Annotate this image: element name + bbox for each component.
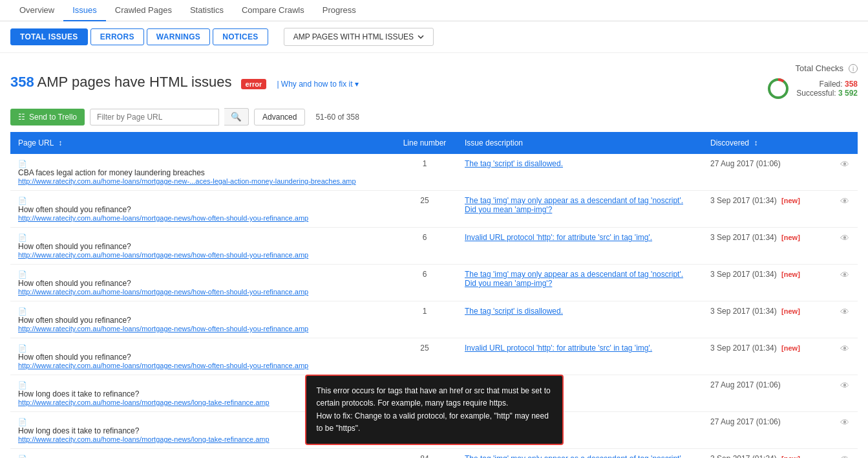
issue-link[interactable]: Invalid URL protocol 'http': for attribu… xyxy=(465,344,652,353)
line-number-cell: 1 xyxy=(392,301,457,338)
discovered-cell: 27 Aug 2017 (01:06) xyxy=(703,412,832,449)
issue-link[interactable]: The tag 'img' may only appear as a desce… xyxy=(465,196,683,214)
page-icon: 📄 xyxy=(18,270,27,278)
col-issue-desc: Issue description xyxy=(457,132,703,154)
page-title-text: How often should you refinance? xyxy=(18,353,385,362)
line-number-cell: 25 xyxy=(392,338,457,375)
issue-link[interactable]: Invalid URL protocol 'http': for attribu… xyxy=(465,233,652,242)
send-to-trello-button[interactable]: ☷ Send to Trello xyxy=(10,109,85,125)
sort-arrows-discovered: ↕ xyxy=(754,138,757,147)
nav-statistics[interactable]: Statistics xyxy=(181,0,233,21)
issue-desc-cell: Invalid URL protocol 'http': for attribu… xyxy=(457,228,703,265)
nav-progress[interactable]: Progress xyxy=(313,0,365,21)
search-input[interactable] xyxy=(90,109,219,125)
action-cell: 👁 xyxy=(832,338,858,375)
page-url-cell: 📄 How often should you refinance? http:/… xyxy=(10,191,392,228)
success-count: 3 592 xyxy=(838,89,858,98)
failed-label: Failed: xyxy=(820,80,843,89)
hide-icon[interactable]: 👁 xyxy=(840,270,849,280)
issue-link[interactable]: The tag 'script' is disallowed. xyxy=(465,159,563,168)
nav-issues[interactable]: Issues xyxy=(63,0,106,21)
issue-link[interactable]: The tag 'img' may only appear as a desce… xyxy=(465,454,683,458)
issue-desc-cell: Invalid URL protocol 'http': for attribu… xyxy=(457,338,703,375)
discovered-cell: 3 Sep 2017 (01:34) [new] xyxy=(703,228,832,265)
action-cell: 👁 xyxy=(832,154,858,191)
page-icon: 📄 xyxy=(18,234,27,241)
nav-crawled-pages[interactable]: Crawled Pages xyxy=(106,0,181,21)
advanced-button[interactable]: Advanced xyxy=(254,109,305,125)
new-badge: [new] xyxy=(781,234,800,241)
checks-donut xyxy=(767,77,790,100)
discovered-cell: 3 Sep 2017 (01:34) [new] xyxy=(703,301,832,338)
nav-overview[interactable]: Overview xyxy=(10,0,63,21)
total-checks-label: Total Checks xyxy=(796,63,843,73)
page-url-cell: 📄 How often should you refinance? http:/… xyxy=(10,301,392,338)
total-checks-panel: Total Checks i Failed: 358 Success xyxy=(767,63,858,100)
table-row: 📄 How often should you refinance? http:/… xyxy=(10,265,858,301)
filter-bar: TOTAL ISSUES ERRORS WARNINGS NOTICES AMP… xyxy=(0,21,868,53)
issue-desc-cell: The tag 'img' may only appear as a desce… xyxy=(457,449,703,459)
warnings-filter[interactable]: WARNINGS xyxy=(147,28,210,45)
hide-icon[interactable]: 👁 xyxy=(840,344,849,354)
col-page-url[interactable]: Page URL ↕ xyxy=(10,132,392,154)
page-url-link[interactable]: http://www.ratecity.com.au/home-loans/mo… xyxy=(18,288,385,296)
issue-link[interactable]: The tag 'img' may only appear as a desce… xyxy=(465,270,683,288)
col-discovered[interactable]: Discovered ↕ xyxy=(703,132,832,154)
issue-type-dropdown[interactable]: AMP PAGES WITH HTML ISSUES xyxy=(284,28,434,46)
page-title-text: How often should you refinance? xyxy=(18,279,385,288)
table-row: 📄 How often should you refinance? http:/… xyxy=(10,338,858,375)
toolbar: ☷ Send to Trello 🔍 Advanced 51-60 of 358 xyxy=(10,108,858,125)
issue-desc-cell: The tag 'script' is disallowed. xyxy=(457,154,703,191)
nav-compare-crawls[interactable]: Compare Crawls xyxy=(233,0,313,21)
new-badge: [new] xyxy=(781,344,800,352)
page-title-text: How often should you refinance? xyxy=(18,205,385,214)
page-heading: 358 AMP pages have HTML issues error | W… xyxy=(10,74,359,91)
search-button[interactable]: 🔍 xyxy=(224,108,249,125)
new-badge: [new] xyxy=(781,307,800,315)
line-number-cell: 84 xyxy=(392,449,457,459)
page-url-link[interactable]: http://www.ratecity.com.au/home-loans/mo… xyxy=(18,325,385,333)
page-url-link[interactable]: http://www.ratecity.com.au/home-loans/mo… xyxy=(18,214,385,222)
hide-icon[interactable]: 👁 xyxy=(840,196,849,206)
why-link[interactable]: | Why and how to fix it ▾ xyxy=(277,80,359,89)
table-row: 📄 How often should you refinance? http:/… xyxy=(10,228,858,265)
action-cell: 👁 xyxy=(832,375,858,412)
tooltip-text: This error occurs for tags that have an … xyxy=(317,386,551,433)
new-badge: [new] xyxy=(781,197,800,204)
page-url-link[interactable]: http://www.ratecity.com.au/home-loans/mo… xyxy=(18,362,385,369)
new-badge: [new] xyxy=(781,455,800,458)
total-issues-filter[interactable]: TOTAL ISSUES xyxy=(10,28,88,45)
errors-filter[interactable]: ERRORS xyxy=(90,28,144,45)
hide-icon[interactable]: 👁 xyxy=(840,233,849,243)
tooltip-box: This error occurs for tags that have an … xyxy=(305,375,564,445)
page-title: 358 AMP pages have HTML issues error | W… xyxy=(10,74,359,90)
action-cell: 👁 xyxy=(832,412,858,449)
table-row: 📄 How often should you refinance? http:/… xyxy=(10,191,858,228)
page-icon: 📄 xyxy=(18,381,27,389)
hide-icon[interactable]: 👁 xyxy=(840,417,849,428)
page-icon: 📄 xyxy=(18,418,27,426)
page-url-cell: 📄 How often should you refinance? http:/… xyxy=(10,265,392,301)
hide-icon[interactable]: 👁 xyxy=(840,307,849,317)
page-title-text: How often should you refinance? xyxy=(18,242,385,251)
line-number-cell: 25 xyxy=(392,191,457,228)
hide-icon[interactable]: 👁 xyxy=(840,380,849,391)
info-icon[interactable]: i xyxy=(849,64,858,73)
success-label: Successful: xyxy=(796,89,836,98)
col-line-number: Line number xyxy=(392,132,457,154)
table-row: 📄 How often should you refinance? http:/… xyxy=(10,301,858,338)
action-cell: 👁 xyxy=(832,228,858,265)
page-icon: 📄 xyxy=(18,197,27,204)
page-url-cell: 📄 CBA faces legal action for money laund… xyxy=(10,154,392,191)
hide-icon[interactable]: 👁 xyxy=(840,454,849,458)
page-title-text: How often should you refinance? xyxy=(18,316,385,325)
page-icon: 📄 xyxy=(18,344,27,352)
issue-link[interactable]: The tag 'script' is disallowed. xyxy=(465,307,563,316)
notices-filter[interactable]: NOTICES xyxy=(213,28,268,45)
page-url-link[interactable]: http://www.ratecity.com.au/home-loans/mo… xyxy=(18,177,385,185)
pagination-info: 51-60 of 358 xyxy=(315,113,359,122)
trello-icon: ☷ xyxy=(18,113,25,122)
hide-icon[interactable]: 👁 xyxy=(840,159,849,169)
svg-point-0 xyxy=(769,80,787,98)
page-url-link[interactable]: http://www.ratecity.com.au/home-loans/mo… xyxy=(18,251,385,259)
